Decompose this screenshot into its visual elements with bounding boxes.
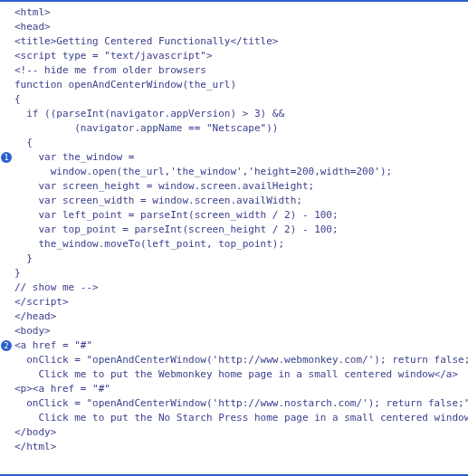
code-line: </head>: [0, 309, 468, 324]
code-text: </script>: [13, 295, 468, 309]
code-line: </html>: [0, 440, 468, 454]
code-text: <body>: [13, 324, 468, 338]
code-line: {: [0, 136, 468, 150]
code-text: // show me -->: [13, 281, 468, 295]
code-line: Click me to put the No Starch Press home…: [0, 411, 468, 425]
code-line: 2<a href = "#": [0, 338, 468, 353]
code-text: }: [13, 266, 468, 281]
code-line: }: [0, 252, 468, 266]
code-text: if ((parseInt(navigator.appVersion) > 3)…: [13, 107, 468, 121]
code-text: </html>: [13, 440, 468, 454]
code-line: onClick = "openAndCenterWindow('http://w…: [0, 353, 468, 367]
code-line: <p><a href = "#": [0, 382, 468, 396]
code-text: <p><a href = "#": [13, 382, 468, 396]
code-line: if ((parseInt(navigator.appVersion) > 3)…: [0, 107, 468, 121]
code-text: Click me to put the Webmonkey home page …: [13, 367, 468, 382]
code-text: window.open(the_url,'the_window','height…: [13, 165, 468, 179]
code-line: var screen_width = window.screen.availWi…: [0, 194, 468, 208]
code-line: var top_point = parseInt(screen_height /…: [0, 223, 468, 237]
code-line: 1 var the_window =: [0, 150, 468, 165]
code-text: (navigator.appName == "Netscape")): [13, 121, 468, 136]
code-text: <title>Getting Centered Functionally</ti…: [13, 34, 468, 49]
code-text: Click me to put the No Starch Press home…: [13, 411, 468, 425]
code-text: onClick = "openAndCenterWindow('http://w…: [13, 353, 468, 367]
code-text: <!-- hide me from older browsers: [13, 63, 468, 78]
code-text: <html>: [13, 5, 468, 20]
code-text: </body>: [13, 425, 468, 440]
code-line: </script>: [0, 295, 468, 309]
code-text: {: [13, 136, 468, 150]
code-line: Click me to put the Webmonkey home page …: [0, 367, 468, 382]
annotation-marker-1: 1: [1, 152, 12, 163]
code-text: onClick = "openAndCenterWindow('http://w…: [13, 396, 468, 411]
annotation-gutter: 2: [0, 340, 13, 351]
code-text: <script type = "text/javascript">: [13, 49, 468, 63]
code-text: var screen_width = window.screen.availWi…: [13, 194, 468, 208]
code-line: the_window.moveTo(left_point, top_point)…: [0, 237, 468, 252]
code-line: function openAndCenterWindow(the_url): [0, 78, 468, 92]
code-text: function openAndCenterWindow(the_url): [13, 78, 468, 92]
code-line: <script type = "text/javascript">: [0, 49, 468, 63]
code-text: var top_point = parseInt(screen_height /…: [13, 223, 468, 237]
code-line: onClick = "openAndCenterWindow('http://w…: [0, 396, 468, 411]
code-listing: <html> <head> <title>Getting Centered Fu…: [0, 0, 468, 476]
code-text: }: [13, 252, 468, 266]
code-text: </head>: [13, 309, 468, 324]
code-line: <body>: [0, 324, 468, 338]
code-text-b: ipt>: [44, 296, 69, 308]
code-line: window.open(the_url,'the_window','height…: [0, 165, 468, 179]
code-line: <!-- hide me from older browsers: [0, 63, 468, 78]
code-line: // show me -->: [0, 281, 468, 295]
code-text: {: [13, 92, 468, 107]
code-text: the_window.moveTo(left_point, top_point)…: [13, 237, 468, 252]
code-text: <a href = "#": [13, 338, 468, 353]
code-line: <title>Getting Centered Functionally</ti…: [0, 34, 468, 49]
code-line: {: [0, 92, 468, 107]
code-line: }: [0, 266, 468, 281]
annotation-gutter: 1: [0, 152, 13, 163]
code-line: <head>: [0, 20, 468, 34]
code-text: var left_point = parseInt(screen_width /…: [13, 208, 468, 223]
annotation-marker-2: 2: [1, 340, 12, 351]
code-text-a: </scr: [14, 296, 44, 308]
code-line: <html>: [0, 5, 468, 20]
code-text: var screen_height = window.screen.availH…: [13, 179, 468, 194]
code-line: </body>: [0, 425, 468, 440]
code-text: <head>: [13, 20, 468, 34]
code-line: (navigator.appName == "Netscape")): [0, 121, 468, 136]
code-line: var screen_height = window.screen.availH…: [0, 179, 468, 194]
code-text: var the_window =: [13, 150, 468, 165]
code-line: var left_point = parseInt(screen_width /…: [0, 208, 468, 223]
